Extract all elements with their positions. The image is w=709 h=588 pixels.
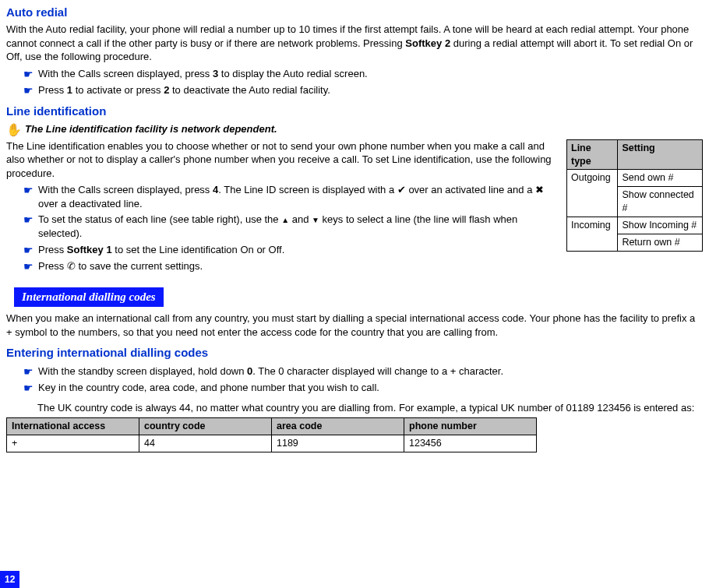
table-cell: Show connected # xyxy=(618,187,703,217)
text-part: over an activated line and a xyxy=(406,184,535,195)
text-part: . The Line ID screen is displayed with a xyxy=(218,184,397,195)
pointer-icon: ☛ xyxy=(23,364,34,379)
step-text: To set the status of each line (see tabl… xyxy=(38,213,557,240)
step-text: With the Calls screen displayed, press 3… xyxy=(38,67,703,81)
list-item: ☛ Press 1 to activate or press 2 to deac… xyxy=(23,83,703,97)
list-item: ☛ With the standby screen displayed, hol… xyxy=(23,364,703,379)
text-part: to save the current settings. xyxy=(76,260,203,272)
text-part: Press xyxy=(38,244,67,255)
table-cell: Incoming xyxy=(567,217,618,252)
table-header: Setting xyxy=(618,139,703,170)
table-cell: Send own # xyxy=(618,170,703,187)
table-header: Line type xyxy=(567,139,618,170)
list-item: ☛ Press to save the current settings. xyxy=(23,259,557,273)
pointer-icon: ☛ xyxy=(23,381,34,395)
table-cell: 44 xyxy=(139,435,272,452)
text-part: With the standby screen displayed, hold … xyxy=(38,365,247,377)
line-id-steps: ☛ With the Calls screen displayed, press… xyxy=(6,183,557,273)
step-text: Press Softkey 1 to set the Line identifi… xyxy=(38,243,557,257)
list-item: ☛ With the Calls screen displayed, press… xyxy=(23,183,557,210)
table-cell: + xyxy=(7,435,139,452)
table-header: country code xyxy=(139,418,272,435)
intl-paragraph: When you make an international call from… xyxy=(6,312,703,339)
text-part: over a deactivated line. xyxy=(38,198,143,209)
check-icon xyxy=(397,184,406,195)
pointer-icon: ☛ xyxy=(23,67,34,81)
hangup-icon xyxy=(67,260,76,272)
table-cell: Show Incoming # xyxy=(618,217,703,234)
text-part: and xyxy=(289,213,312,225)
table-header: phone number xyxy=(404,418,537,435)
note-row: ✋ The Line identification facility is ne… xyxy=(6,122,703,137)
cross-icon xyxy=(535,184,544,195)
list-item: ☛ Key in the country code, area code, an… xyxy=(23,381,703,395)
text-part: to set the Line identification On or Off… xyxy=(112,244,285,255)
list-item: ☛ To set the status of each line (see ta… xyxy=(23,213,557,240)
auto-redial-steps: ☛ With the Calls screen displayed, press… xyxy=(6,67,703,97)
step-text: Key in the country code, area code, and … xyxy=(38,381,703,395)
hand-icon: ✋ xyxy=(6,122,22,137)
step-text: With the Calls screen displayed, press 4… xyxy=(38,183,557,210)
pointer-icon: ☛ xyxy=(23,213,34,227)
list-item: ☛ Press Softkey 1 to set the Line identi… xyxy=(23,243,557,257)
table-header: area code xyxy=(272,418,404,435)
text-part: With the Calls screen displayed, press xyxy=(38,184,213,195)
line-id-paragraph: The Line identification enables you to c… xyxy=(6,139,557,181)
auto-redial-paragraph: With the Auto redial facility, your phon… xyxy=(6,23,703,64)
text-part: . The 0 character displayed will change … xyxy=(252,365,503,377)
down-arrow-icon xyxy=(312,213,319,225)
step-text: With the standby screen displayed, hold … xyxy=(38,364,703,379)
heading-entering-intl: Entering international dialling codes xyxy=(6,345,703,361)
pointer-icon: ☛ xyxy=(23,259,34,273)
pointer-icon: ☛ xyxy=(23,183,34,197)
table-cell: 1189 xyxy=(272,435,404,452)
pointer-icon: ☛ xyxy=(23,243,34,257)
heading-line-identification: Line identification xyxy=(6,104,703,119)
table-cell: Outgoing xyxy=(567,170,618,217)
page-number: 12 xyxy=(0,571,19,588)
intl-example-table: International access country code area c… xyxy=(6,417,537,452)
text-part: To set the status of each line (see tabl… xyxy=(38,213,281,225)
intl-steps: ☛ With the standby screen displayed, hol… xyxy=(6,364,703,395)
line-type-table: Line type Setting Outgoing Send own # Sh… xyxy=(566,139,703,252)
table-header: International access xyxy=(7,418,139,435)
intl-subnote: The UK country code is always 44, no mat… xyxy=(37,401,703,415)
step-text: Press to save the current settings. xyxy=(38,259,557,273)
step-text: Press 1 to activate or press 2 to deacti… xyxy=(38,83,703,97)
pointer-icon: ☛ xyxy=(23,83,34,97)
key-label: Softkey 1 xyxy=(67,244,112,255)
table-cell: 123456 xyxy=(404,435,537,452)
table-cell: Return own # xyxy=(618,234,703,251)
note-text: The Line identification facility is netw… xyxy=(25,122,277,136)
section-bar-international: International dialling codes xyxy=(14,287,164,307)
up-arrow-icon xyxy=(281,213,289,225)
heading-auto-redial: Auto redial xyxy=(6,5,703,20)
list-item: ☛ With the Calls screen displayed, press… xyxy=(23,67,703,81)
text-part: Press xyxy=(38,260,67,272)
